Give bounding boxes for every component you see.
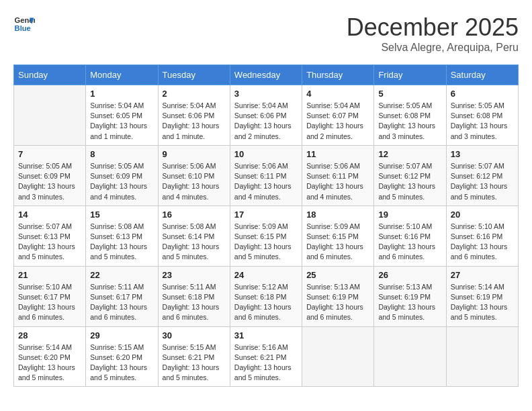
day-info: Sunrise: 5:10 AM Sunset: 6:17 PM Dayligh… [18, 282, 81, 323]
day-number: 11 [306, 149, 369, 159]
day-number: 5 [378, 89, 441, 99]
day-info: Sunrise: 5:08 AM Sunset: 6:14 PM Dayligh… [163, 222, 226, 263]
day-number: 7 [18, 149, 81, 159]
calendar-cell: 23Sunrise: 5:11 AM Sunset: 6:18 PM Dayli… [158, 266, 230, 326]
day-info: Sunrise: 5:05 AM Sunset: 6:08 PM Dayligh… [378, 101, 441, 142]
day-info: Sunrise: 5:04 AM Sunset: 6:05 PM Dayligh… [90, 101, 153, 142]
header-thursday: Thursday [302, 65, 374, 85]
day-number: 30 [163, 330, 226, 340]
logo: General Blue [13, 13, 35, 35]
day-number: 28 [18, 330, 81, 340]
header-friday: Friday [374, 65, 446, 85]
calendar-cell: 12Sunrise: 5:07 AM Sunset: 6:12 PM Dayli… [374, 145, 446, 205]
calendar-header-row: SundayMondayTuesdayWednesdayThursdayFrid… [14, 65, 519, 85]
calendar-cell: 27Sunrise: 5:14 AM Sunset: 6:19 PM Dayli… [446, 266, 518, 326]
day-number: 25 [306, 270, 369, 280]
header-tuesday: Tuesday [158, 65, 230, 85]
day-number: 1 [90, 89, 153, 99]
day-info: Sunrise: 5:12 AM Sunset: 6:18 PM Dayligh… [234, 282, 298, 323]
day-number: 6 [451, 89, 514, 99]
day-info: Sunrise: 5:10 AM Sunset: 6:16 PM Dayligh… [378, 222, 441, 263]
day-number: 29 [90, 330, 153, 340]
calendar-cell: 16Sunrise: 5:08 AM Sunset: 6:14 PM Dayli… [158, 205, 230, 266]
calendar-cell: 15Sunrise: 5:08 AM Sunset: 6:13 PM Dayli… [86, 205, 158, 266]
day-info: Sunrise: 5:13 AM Sunset: 6:19 PM Dayligh… [378, 282, 441, 323]
day-info: Sunrise: 5:04 AM Sunset: 6:06 PM Dayligh… [163, 101, 226, 142]
calendar-cell: 14Sunrise: 5:07 AM Sunset: 6:13 PM Dayli… [14, 205, 86, 266]
calendar-cell [374, 326, 446, 387]
calendar-cell: 1Sunrise: 5:04 AM Sunset: 6:05 PM Daylig… [86, 85, 158, 146]
calendar-cell: 17Sunrise: 5:09 AM Sunset: 6:15 PM Dayli… [230, 205, 302, 266]
calendar-cell: 2Sunrise: 5:04 AM Sunset: 6:06 PM Daylig… [158, 85, 230, 146]
day-number: 31 [234, 330, 298, 340]
calendar-cell: 26Sunrise: 5:13 AM Sunset: 6:19 PM Dayli… [374, 266, 446, 326]
calendar-week-row: 14Sunrise: 5:07 AM Sunset: 6:13 PM Dayli… [14, 205, 519, 266]
calendar-cell: 11Sunrise: 5:06 AM Sunset: 6:11 PM Dayli… [302, 145, 374, 205]
day-number: 4 [306, 89, 369, 99]
calendar-cell: 13Sunrise: 5:07 AM Sunset: 6:12 PM Dayli… [446, 145, 518, 205]
day-info: Sunrise: 5:10 AM Sunset: 6:16 PM Dayligh… [451, 222, 514, 263]
day-info: Sunrise: 5:06 AM Sunset: 6:10 PM Dayligh… [163, 161, 226, 202]
calendar-cell: 5Sunrise: 5:05 AM Sunset: 6:08 PM Daylig… [374, 85, 446, 146]
day-number: 9 [163, 149, 226, 159]
day-number: 13 [451, 149, 514, 159]
calendar-cell: 24Sunrise: 5:12 AM Sunset: 6:18 PM Dayli… [230, 266, 302, 326]
calendar-week-row: 28Sunrise: 5:14 AM Sunset: 6:20 PM Dayli… [14, 326, 519, 387]
page-header: General Blue December 2025 Selva Alegre,… [13, 13, 519, 54]
header-wednesday: Wednesday [230, 65, 302, 85]
day-info: Sunrise: 5:05 AM Sunset: 6:09 PM Dayligh… [90, 161, 153, 202]
calendar-cell: 22Sunrise: 5:11 AM Sunset: 6:17 PM Dayli… [86, 266, 158, 326]
day-info: Sunrise: 5:11 AM Sunset: 6:17 PM Dayligh… [90, 282, 153, 323]
day-number: 15 [90, 210, 153, 220]
day-number: 18 [306, 210, 369, 220]
day-info: Sunrise: 5:04 AM Sunset: 6:07 PM Dayligh… [306, 101, 369, 142]
day-info: Sunrise: 5:07 AM Sunset: 6:12 PM Dayligh… [451, 161, 514, 202]
calendar-week-row: 21Sunrise: 5:10 AM Sunset: 6:17 PM Dayli… [14, 266, 519, 326]
day-number: 27 [451, 270, 514, 280]
calendar-cell: 4Sunrise: 5:04 AM Sunset: 6:07 PM Daylig… [302, 85, 374, 146]
day-number: 3 [234, 89, 298, 99]
calendar-cell: 6Sunrise: 5:05 AM Sunset: 6:08 PM Daylig… [446, 85, 518, 146]
header-sunday: Sunday [14, 65, 86, 85]
day-number: 16 [163, 210, 226, 220]
calendar-week-row: 7Sunrise: 5:05 AM Sunset: 6:09 PM Daylig… [14, 145, 519, 205]
day-info: Sunrise: 5:04 AM Sunset: 6:06 PM Dayligh… [234, 101, 298, 142]
day-info: Sunrise: 5:05 AM Sunset: 6:09 PM Dayligh… [18, 161, 81, 202]
day-number: 14 [18, 210, 81, 220]
day-number: 12 [378, 149, 441, 159]
logo-icon: General Blue [13, 13, 35, 35]
calendar-cell: 10Sunrise: 5:06 AM Sunset: 6:11 PM Dayli… [230, 145, 302, 205]
day-info: Sunrise: 5:06 AM Sunset: 6:11 PM Dayligh… [234, 161, 298, 202]
day-info: Sunrise: 5:13 AM Sunset: 6:19 PM Dayligh… [306, 282, 369, 323]
calendar-week-row: 1Sunrise: 5:04 AM Sunset: 6:05 PM Daylig… [14, 85, 519, 146]
calendar-cell: 7Sunrise: 5:05 AM Sunset: 6:09 PM Daylig… [14, 145, 86, 205]
calendar-cell: 21Sunrise: 5:10 AM Sunset: 6:17 PM Dayli… [14, 266, 86, 326]
day-info: Sunrise: 5:15 AM Sunset: 6:21 PM Dayligh… [163, 342, 226, 383]
day-number: 19 [378, 210, 441, 220]
calendar-table: SundayMondayTuesdayWednesdayThursdayFrid… [13, 64, 519, 387]
calendar-cell: 18Sunrise: 5:09 AM Sunset: 6:15 PM Dayli… [302, 205, 374, 266]
day-number: 2 [163, 89, 226, 99]
calendar-cell: 31Sunrise: 5:16 AM Sunset: 6:21 PM Dayli… [230, 326, 302, 387]
day-info: Sunrise: 5:14 AM Sunset: 6:20 PM Dayligh… [18, 342, 81, 383]
calendar-cell: 8Sunrise: 5:05 AM Sunset: 6:09 PM Daylig… [86, 145, 158, 205]
day-info: Sunrise: 5:16 AM Sunset: 6:21 PM Dayligh… [234, 342, 298, 383]
day-number: 10 [234, 149, 298, 159]
day-info: Sunrise: 5:09 AM Sunset: 6:15 PM Dayligh… [306, 222, 369, 263]
day-number: 23 [163, 270, 226, 280]
calendar-cell: 20Sunrise: 5:10 AM Sunset: 6:16 PM Dayli… [446, 205, 518, 266]
day-info: Sunrise: 5:07 AM Sunset: 6:13 PM Dayligh… [18, 222, 81, 263]
calendar-cell: 25Sunrise: 5:13 AM Sunset: 6:19 PM Dayli… [302, 266, 374, 326]
calendar-cell [302, 326, 374, 387]
day-info: Sunrise: 5:05 AM Sunset: 6:08 PM Dayligh… [451, 101, 514, 142]
location: Selva Alegre, Arequipa, Peru [347, 42, 519, 54]
day-number: 24 [234, 270, 298, 280]
day-info: Sunrise: 5:07 AM Sunset: 6:12 PM Dayligh… [378, 161, 441, 202]
day-number: 22 [90, 270, 153, 280]
calendar-cell: 9Sunrise: 5:06 AM Sunset: 6:10 PM Daylig… [158, 145, 230, 205]
month-title: December 2025 [347, 13, 519, 42]
calendar-cell [14, 85, 86, 146]
day-info: Sunrise: 5:15 AM Sunset: 6:20 PM Dayligh… [90, 342, 153, 383]
day-info: Sunrise: 5:14 AM Sunset: 6:19 PM Dayligh… [451, 282, 514, 323]
day-info: Sunrise: 5:11 AM Sunset: 6:18 PM Dayligh… [163, 282, 226, 323]
